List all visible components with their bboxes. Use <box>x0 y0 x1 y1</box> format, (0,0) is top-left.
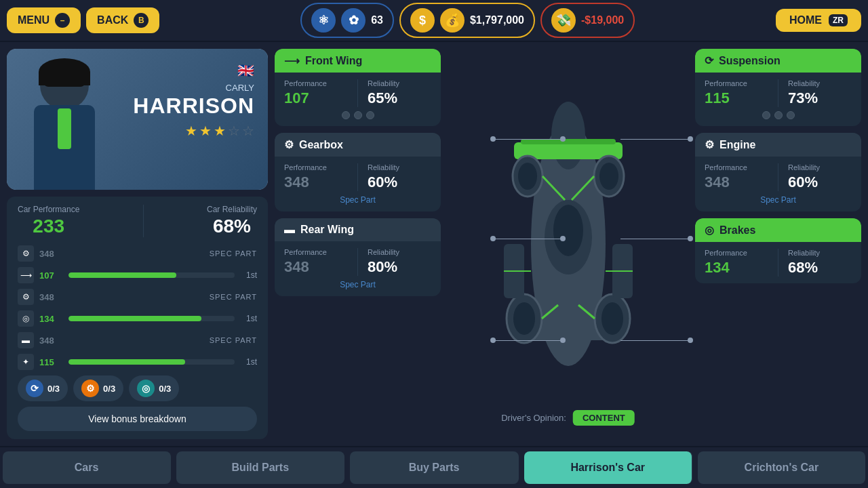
opinion-label: Driver's Opinion: <box>501 413 566 423</box>
fw-rel-label: Reliability <box>368 79 431 87</box>
bottom-nav: Cars Build Parts Buy Parts Harrison's Ca… <box>0 446 868 488</box>
tab-build-parts[interactable]: Build Parts <box>176 451 344 484</box>
rear-wing-label: Rear Wing <box>300 224 354 236</box>
susp-circle-0 <box>762 111 770 119</box>
eng-line <box>620 239 692 239</box>
star-3: ★ <box>214 123 226 139</box>
car-performance-label: Car Performance <box>18 205 79 214</box>
menu-label: MENU <box>18 14 50 26</box>
car-svg <box>460 81 677 407</box>
brk-rel-block: Reliability 68% <box>788 249 852 277</box>
part-icon-0: ⚙ <box>18 245 34 262</box>
suspension-card: ⟳ Suspension Performance 115 Reliability <box>695 49 861 126</box>
fw-circle-2 <box>366 111 374 119</box>
part-icon-2: ⚙ <box>18 289 34 305</box>
fw-dot-right <box>560 136 566 142</box>
rw-dot-right <box>560 338 566 343</box>
susp-circles <box>705 111 852 119</box>
gearbox-header: ⚙ Gearbox <box>275 133 441 157</box>
engine-body: Performance 348 Reliability 60% Spec Par… <box>695 157 861 211</box>
gb-perf-label: Performance <box>284 163 348 171</box>
car-stats-row: Car Performance 233 Car Reliability 68% <box>18 205 257 237</box>
driver-silhouette <box>20 54 108 190</box>
part-row-1: ⟶ 107 1st <box>18 266 257 285</box>
home-button[interactable]: HOME ZR <box>776 9 861 32</box>
tab-crichtons-car[interactable]: Crichton's Car <box>698 451 865 484</box>
car-reliability-label: Car Reliability <box>207 205 257 214</box>
menu-icon: – <box>55 13 70 28</box>
stats-panel: Car Performance 233 Car Reliability 68% … <box>7 197 268 439</box>
svg-point-3 <box>553 205 583 256</box>
eng-spec-label[interactable]: Spec Part <box>705 195 852 205</box>
driver-info: 🇬🇧 CARLY HARRISON ★ ★ ★ ☆ ☆ <box>133 62 254 139</box>
rw-spec-label[interactable]: Spec Part <box>284 280 431 289</box>
spend-icon: 💸 <box>551 8 576 33</box>
back-button[interactable]: BACK B <box>86 7 159 33</box>
star-5: ☆ <box>242 123 254 139</box>
back-key-badge: B <box>134 13 149 28</box>
token-count-0: 0/3 <box>47 384 60 394</box>
part-row-5: ✦ 115 1st <box>18 352 257 371</box>
rw-rel-block: Reliability 80% <box>368 248 431 276</box>
money-value: $1,797,000 <box>470 14 524 26</box>
token-count-2: 0/3 <box>159 384 171 394</box>
part-icon-1: ⟶ <box>18 267 34 283</box>
token-0: ⟳ 0/3 <box>18 375 68 401</box>
menu-button[interactable]: MENU – <box>7 7 81 33</box>
tab-harrisons-car[interactable]: Harrison's Car <box>524 451 692 484</box>
brk-perf-block: Performance 134 <box>705 249 768 277</box>
tab-buy-parts[interactable]: Buy Parts <box>350 451 518 484</box>
spend-value: -$19,000 <box>581 14 624 26</box>
gearbox-stats: Performance 348 Reliability 60% <box>284 163 431 191</box>
brakes-card: ◎ Brakes Performance 134 Reliability <box>695 218 861 283</box>
susp-line <box>620 139 692 140</box>
car-performance-block: Car Performance 233 <box>18 205 79 237</box>
token-1: ⚙ 0/3 <box>73 375 123 401</box>
driver-last-name: HARRISON <box>133 94 254 119</box>
engine-label: Engine <box>719 139 755 151</box>
svg-point-8 <box>518 163 537 190</box>
part-row-0: ⚙ 348 SPEC PART <box>18 244 257 263</box>
svg-point-10 <box>599 163 618 190</box>
gb-dot-right <box>560 236 566 241</box>
front-wing-card: ⟶ Front Wing Performance 107 Reliability <box>275 49 441 126</box>
gb-spec-label[interactable]: Spec Part <box>284 195 431 205</box>
susp-rel-value: 73% <box>788 89 852 107</box>
brk-rel-value: 68% <box>788 259 852 277</box>
tab-harrisons-car-label: Harrison's Car <box>570 462 645 474</box>
star-1: ★ <box>185 123 197 139</box>
tab-cars[interactable]: Cars <box>3 451 171 484</box>
money-icon2: 💰 <box>440 8 465 33</box>
home-label: HOME <box>789 14 822 26</box>
eng-perf-label: Performance <box>705 163 768 171</box>
part-val-0: 348 <box>39 249 63 259</box>
fw-line <box>492 139 563 140</box>
view-bonus-button[interactable]: View bonus breakdown <box>18 407 257 431</box>
svg-point-12 <box>513 302 535 335</box>
driver-photo-area <box>7 49 129 190</box>
susp-circle-2 <box>787 111 795 119</box>
token-icon-2: ◎ <box>137 380 155 397</box>
fw-rel-value: 65% <box>368 89 431 107</box>
brakes-body: Performance 134 Reliability 68% <box>695 242 861 283</box>
brakes-header: ◎ Brakes <box>695 218 861 242</box>
part-icon-4: ▬ <box>18 332 34 348</box>
stats-divider <box>143 205 144 237</box>
gearbox-label: Gearbox <box>299 139 343 151</box>
fw-circles <box>284 111 431 119</box>
bonus-row: ⟳ 0/3 ⚙ 0/3 ◎ 0/3 <box>18 375 257 401</box>
gb-perf-block: Performance 348 <box>284 163 348 191</box>
fw-perf-label: Performance <box>284 79 348 87</box>
suspension-icon: ⟳ <box>705 54 713 67</box>
gearbox-icon: ⚙ <box>284 138 294 151</box>
eng-perf-value: 348 <box>705 174 768 191</box>
brk-rel-label: Reliability <box>788 249 852 257</box>
susp-perf-value: 115 <box>705 89 768 107</box>
part-row-3: ◎ 134 1st <box>18 309 257 328</box>
part-bar-5 <box>68 359 235 365</box>
eng-rel-block: Reliability 60% <box>788 163 852 191</box>
gb-rel-label: Reliability <box>368 163 431 171</box>
engine-header: ⚙ Engine <box>695 133 861 157</box>
page-layout: MENU – BACK B ⚛ ✿ 63 $ 💰 $1,797,000 💸 -$… <box>0 0 868 488</box>
part-val-3: 134 <box>39 314 63 324</box>
